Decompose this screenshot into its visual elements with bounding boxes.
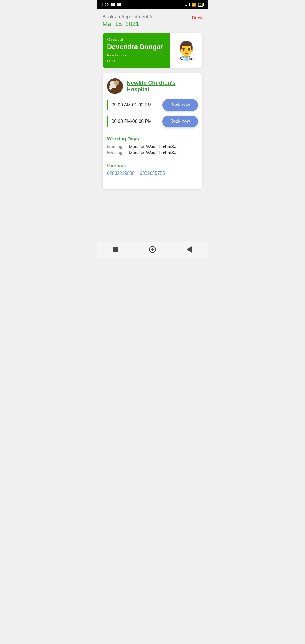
evening-label: Evening: bbox=[107, 150, 127, 155]
evening-days: Mon/Tue/Wed/Thu/Fri/Sat bbox=[129, 150, 178, 155]
svg-point-6 bbox=[109, 86, 110, 88]
time-text-2: 06:00 PM-08:00 PM bbox=[112, 119, 152, 124]
divider-3 bbox=[107, 180, 198, 180]
nav-home-button[interactable] bbox=[149, 246, 156, 253]
clinic-name[interactable]: Newlife Children's Hospital bbox=[127, 80, 198, 93]
status-right: 📶 91 bbox=[185, 3, 204, 7]
doctor-specialty: Paediatrician DCH bbox=[107, 53, 165, 64]
svg-point-5 bbox=[109, 87, 112, 90]
book-now-button-1[interactable]: Book now bbox=[162, 99, 198, 111]
book-now-button-2[interactable]: Book now bbox=[162, 116, 198, 127]
header-title-block: Book an Appointment for Mar 15, 2021 bbox=[103, 14, 155, 28]
contact-numbers: 02832229888 6352855755 bbox=[107, 171, 198, 176]
bottom-nav bbox=[97, 242, 208, 258]
signal-icon bbox=[185, 3, 190, 6]
working-morning-row: Morning: Mon/Tue/Wed/Thu/Fri/Sat bbox=[107, 144, 198, 149]
clinic-logo-svg bbox=[107, 78, 123, 94]
nav-back-button[interactable] bbox=[187, 246, 192, 253]
stop-icon bbox=[113, 247, 118, 252]
time-bar-2 bbox=[107, 116, 108, 127]
clinics-label: Clinics of bbox=[107, 37, 165, 42]
status-icon-p1: 🅿 bbox=[111, 3, 115, 7]
back-button[interactable]: Back bbox=[192, 15, 202, 21]
working-evening-row: Evening: Mon/Tue/Wed/Thu/Fri/Sat bbox=[107, 150, 198, 155]
nav-stop-button[interactable] bbox=[113, 247, 118, 252]
spacer bbox=[103, 194, 202, 240]
contact-title: Contact: bbox=[107, 163, 198, 169]
morning-days: Mon/Tue/Wed/Thu/Fri/Sat bbox=[129, 144, 178, 149]
svg-point-4 bbox=[115, 83, 118, 86]
home-icon bbox=[149, 246, 156, 253]
status-bar: 4:09 🅿 🅿 📶 91 bbox=[97, 0, 208, 9]
contact-phone-1[interactable]: 02832229888 bbox=[107, 171, 135, 176]
time-slot-2: 06:00 PM-08:00 PM Book now bbox=[107, 116, 198, 127]
status-icon-p2: 🅿 bbox=[117, 3, 121, 7]
wifi-icon: 📶 bbox=[191, 3, 196, 7]
clinic-logo bbox=[107, 78, 123, 94]
time-text-1: 09:00 AM-01:00 PM bbox=[112, 103, 151, 108]
header: Book an Appointment for Mar 15, 2021 Bac… bbox=[103, 14, 202, 28]
doctor-card-left: Clinics of Devendra Dangar Paediatrician… bbox=[103, 33, 170, 68]
morning-label: Morning: bbox=[107, 144, 127, 149]
battery-indicator: 91 bbox=[198, 3, 204, 7]
clinic-header: Newlife Children's Hospital bbox=[107, 78, 198, 94]
page-subtitle: Book an Appointment for bbox=[103, 14, 155, 20]
time-slot-1: 09:00 AM-01:00 PM Book now bbox=[107, 99, 198, 111]
back-icon bbox=[187, 246, 192, 253]
appointment-date: Mar 15, 2021 bbox=[103, 20, 155, 28]
divider-2 bbox=[107, 159, 198, 159]
working-days-title: Working Days: bbox=[107, 136, 198, 142]
status-time: 4:09 bbox=[101, 3, 109, 7]
contact-phone-2[interactable]: 6352855755 bbox=[140, 171, 165, 176]
time-bar-1 bbox=[107, 100, 108, 110]
main-content: Book an Appointment for Mar 15, 2021 Bac… bbox=[97, 9, 208, 240]
doctor-card: Clinics of Devendra Dangar Paediatrician… bbox=[103, 33, 202, 68]
doctor-name: Devendra Dangar bbox=[107, 43, 165, 51]
doctor-emoji: 👨‍⚕️ bbox=[175, 42, 198, 60]
doctor-avatar: 👨‍⚕️ bbox=[170, 33, 202, 68]
clinic-card: Newlife Children's Hospital 09:00 AM-01:… bbox=[103, 73, 202, 189]
divider-1 bbox=[107, 132, 198, 132]
